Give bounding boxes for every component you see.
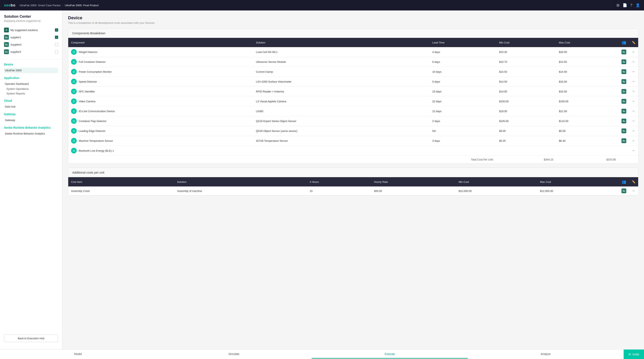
user-icon[interactable]: 👤 — [636, 3, 640, 8]
sidebar-item-ultrapak[interactable]: UltraPak S900 — [4, 68, 58, 73]
sidebar-item-system-reports[interactable]: System Reports — [4, 91, 58, 96]
component-solution: 4271B Temperature Sensor — [253, 136, 430, 146]
filter-item-supplier2: Su Supplier2 — [4, 41, 58, 48]
tab-model[interactable]: Model — [0, 350, 156, 358]
col-component: Component — [68, 38, 253, 47]
table-row: ⊡ Bluetooth Low Energy (BLE) 1 ✏ — [68, 146, 638, 156]
component-name: ⊡ Machine Temperature Sensor — [68, 136, 253, 146]
filter-label-supplier2: Supplier2 — [10, 43, 22, 46]
breadcrumb-item-1[interactable]: UltraPak S900- Smart Case Packer — [20, 4, 60, 7]
sidebar-item-analytics[interactable]: Seebo Runtime Behavior Analytics — [4, 131, 58, 136]
component-min-cost — [496, 146, 556, 156]
component-lead-time: 4 days — [430, 47, 496, 57]
filter-item-my-solutions: Jr My suggested solutions ✓ — [4, 26, 58, 34]
add-item-edit-button[interactable]: ✏ — [629, 186, 638, 195]
supplier-badge: Su — [622, 138, 626, 143]
col-max-cost: Max Cost — [556, 38, 619, 47]
add-item-hours: 15 — [307, 186, 371, 195]
invite-label: Invite — [632, 353, 639, 356]
component-solution: QS18 Expert Series Object Sensor — [253, 116, 430, 126]
invite-button[interactable]: ✉ Invite — [624, 349, 644, 359]
component-max-cost: $150.00 — [556, 97, 619, 106]
tab-simulate[interactable]: Simulate — [156, 350, 312, 358]
tab-execute[interactable]: Execute — [312, 350, 468, 358]
component-name: ⊡ Container Flap Detector — [68, 116, 253, 126]
component-lead-time: 12 days — [430, 106, 496, 116]
component-max-cost: $21.00 — [556, 106, 619, 116]
logo: seebo — [4, 3, 16, 8]
add-col-hourly-rate: Hourly Rate — [371, 177, 456, 186]
document-icon[interactable]: 📄 — [623, 3, 627, 8]
sidebar-section-cloud: Cloud Data hub — [0, 97, 62, 110]
component-max-cost: $6.40 — [556, 136, 619, 146]
component-max-cost: $16.00 — [556, 77, 619, 87]
component-min-cost: $10.50 — [496, 67, 556, 77]
sidebar: Solution Center Displaying solutions sug… — [0, 11, 62, 349]
table-row: ⊡ Speed Detector LSV-1000 Surface Veloci… — [68, 77, 638, 87]
component-min-cost: $150.00 — [496, 97, 556, 106]
col-lead-time: Lead Time — [430, 38, 496, 47]
component-edit-button[interactable]: ✏ — [629, 97, 638, 106]
checkbox-my-solutions[interactable]: ✓ — [55, 28, 58, 32]
component-min-cost: $0.00 — [496, 126, 556, 136]
sidebar-item-operator-dashboard[interactable]: Operator Dashboard — [4, 81, 58, 87]
component-edit-button[interactable]: ✏ — [629, 57, 638, 67]
components-table: Component Solution Lead Time Min Cost Ma… — [68, 38, 638, 164]
component-edit-button[interactable]: ✏ — [629, 47, 638, 57]
grid-icon[interactable]: ⊞ — [616, 3, 620, 8]
supplier-badge: Su — [622, 50, 626, 54]
total-max-cost: $370.90 — [556, 156, 619, 164]
component-icon: ⊡ — [71, 69, 77, 75]
sidebar-title: Solution Center — [4, 15, 58, 19]
components-breakdown-card: Components Breakdown Component Solution … — [68, 28, 638, 164]
component-edit-button[interactable]: ✏ — [629, 126, 638, 136]
table-row: ⊡ Power Consumption Monitor Current Clam… — [68, 67, 638, 77]
filter-label-supplier1: supplier1 — [10, 36, 21, 39]
component-badge-cell: Su — [619, 47, 629, 57]
component-lead-time: 2 days — [430, 116, 496, 126]
add-item-min-cost: $10,000.00 — [456, 186, 537, 195]
component-solution — [253, 146, 430, 156]
component-badge-cell: Su — [619, 106, 629, 116]
additional-costs-card: Additional costs per unit Cost Item Solu… — [68, 168, 638, 196]
checkbox-supplier2[interactable] — [55, 43, 58, 46]
additional-table-wrapper: Cost Item Solution # Hours Hourly Rate M… — [68, 177, 638, 195]
back-to-execution-hub-button[interactable]: Back to Execution Hub — [4, 335, 58, 342]
page-subtitle: This is a breakdown of all development c… — [68, 21, 638, 24]
component-edit-button[interactable]: ✏ — [629, 116, 638, 126]
sidebar-item-system-operations[interactable]: System Operations — [4, 87, 58, 91]
main-content: Device This is a breakdown of all develo… — [62, 11, 644, 349]
component-min-cost: $15.20 — [496, 47, 556, 57]
component-edit-button[interactable]: ✏ — [629, 106, 638, 116]
component-edit-button[interactable]: ✏ — [629, 136, 638, 146]
component-max-cost: $20.00 — [556, 47, 619, 57]
component-edit-button[interactable]: ✏ — [629, 67, 638, 77]
checkbox-supplier3[interactable] — [55, 50, 58, 53]
tab-analyze[interactable]: Analyze — [468, 350, 624, 358]
component-edit-button[interactable]: ✏ — [629, 87, 638, 97]
sidebar-header: Solution Center Displaying solutions sug… — [0, 11, 62, 24]
supplier-badge: Su — [622, 119, 626, 123]
add-col-edit: ✏️ — [629, 177, 638, 186]
sidebar-section-analytics: Seebo Runtime Behavior Analytics Seebo R… — [0, 124, 62, 137]
component-name: ⊡ Video Camera — [68, 97, 253, 106]
checkbox-supplier1[interactable]: ✓ — [55, 36, 58, 39]
sidebar-section-cloud-title: Cloud — [4, 99, 58, 102]
supplier-badge: Su — [622, 99, 626, 104]
component-badge-cell — [619, 146, 629, 156]
component-lead-time: 22 days — [430, 97, 496, 106]
avatar-supplier1: Su — [4, 35, 9, 40]
component-badge-cell: Su — [619, 87, 629, 97]
sidebar-section-gateway: Gateway Gateway — [0, 110, 62, 124]
sidebar-section-device-title: Device — [4, 63, 58, 66]
help-icon[interactable]: ? — [630, 3, 632, 8]
sidebar-item-data-hub[interactable]: Data hub — [4, 104, 58, 109]
component-min-cost: $105.00 — [496, 116, 556, 126]
sidebar-section-analytics-title: Seebo Runtime Behavior Analytics — [4, 126, 58, 129]
component-edit-button[interactable]: ✏ — [629, 146, 638, 156]
sidebar-item-gateway[interactable]: Gateway — [4, 117, 58, 123]
component-min-cost: $5.25 — [496, 136, 556, 146]
component-edit-button[interactable]: ✏ — [629, 77, 638, 87]
component-name: ⊡ Weight Detector — [68, 47, 253, 57]
app-header: seebo UltraPak S900- Smart Case Packer ›… — [0, 0, 644, 11]
